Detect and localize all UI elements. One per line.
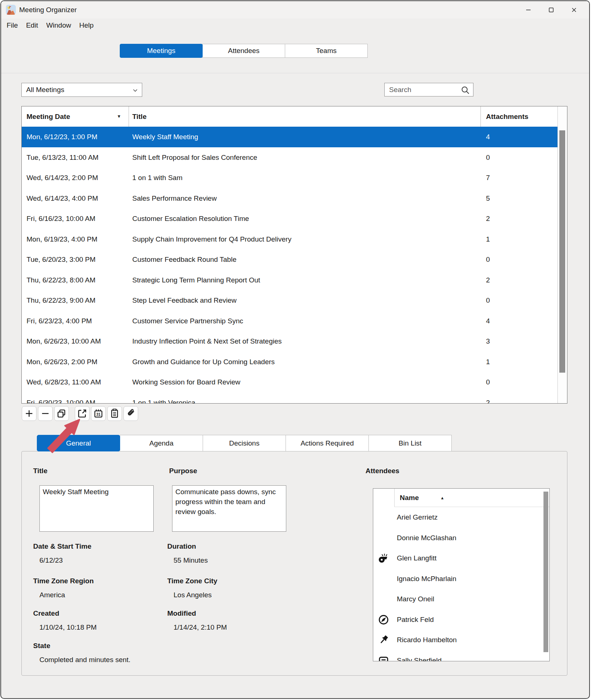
attachment-button[interactable] bbox=[123, 406, 138, 421]
tab-meetings[interactable]: Meetings bbox=[120, 44, 203, 58]
field-modified: Modified 1/14/24, 2:10 PM bbox=[167, 609, 196, 618]
cell-attachments: 7 bbox=[486, 168, 490, 188]
table-row[interactable]: Mon, 6/26/23, 10:00 AMIndustry Inflectio… bbox=[22, 331, 557, 352]
calendar-button[interactable]: 31 bbox=[91, 406, 106, 421]
minimize-button[interactable] bbox=[517, 1, 540, 18]
menu-bar: File Edit Window Help bbox=[3, 18, 98, 32]
clipboard-icon bbox=[109, 408, 120, 419]
cell-title: Working Session for Board Review bbox=[132, 372, 240, 393]
column-header-meeting-date[interactable]: Meeting Date bbox=[27, 106, 70, 127]
table-row[interactable]: Fri, 6/30/23, 10:00 AM1 on 1 with Veroni… bbox=[22, 393, 557, 404]
cell-attachments: 4 bbox=[486, 311, 490, 331]
sort-descending-icon: ▼ bbox=[117, 106, 121, 127]
table-row[interactable]: Thu, 6/22/23, 8:00 AMStrategic Long Term… bbox=[22, 270, 557, 291]
scrollbar-thumb[interactable] bbox=[559, 130, 565, 373]
attendee-name: Sally Sherfield bbox=[397, 650, 441, 661]
notes-button[interactable] bbox=[107, 406, 122, 421]
calendar-icon: 31 bbox=[92, 408, 104, 419]
attendee-name: Marcy Oneil bbox=[397, 589, 434, 609]
list-item[interactable]: Donnie McGlashan bbox=[373, 528, 543, 548]
annotation-arrow bbox=[36, 413, 88, 455]
close-icon bbox=[570, 6, 578, 14]
field-time-zone-region: Time Zone Region America bbox=[33, 577, 94, 585]
add-meeting-button[interactable] bbox=[22, 406, 36, 421]
main-tab-bar: Meetings Attendees Teams bbox=[120, 44, 368, 58]
table-row[interactable]: Wed, 6/14/23, 4:00 PMSales Performance R… bbox=[22, 188, 557, 209]
cell-attachments: 5 bbox=[486, 188, 490, 209]
table-row[interactable]: Tue, 6/20/23, 3:00 PMCustomer Feedback R… bbox=[22, 249, 557, 270]
cell-title: Supply Chain Improvement for Q4 Product … bbox=[132, 229, 291, 250]
list-item[interactable]: Ricardo Hambelton bbox=[373, 630, 543, 650]
menu-edit[interactable]: Edit bbox=[22, 19, 42, 32]
menu-file[interactable]: File bbox=[3, 19, 22, 32]
attendees-list-body: Ariel GerrietzDonnie McGlashanGlen Langf… bbox=[373, 507, 543, 661]
meetings-table-body: Mon, 6/12/23, 1:00 PMWeekly Staff Meetin… bbox=[22, 127, 557, 403]
list-item[interactable]: Marcy Oneil bbox=[373, 589, 543, 609]
maximize-icon bbox=[548, 6, 555, 14]
close-button[interactable] bbox=[563, 1, 585, 18]
cell-date: Mon, 6/12/23, 1:00 PM bbox=[27, 127, 97, 147]
section-divider bbox=[1, 73, 589, 73]
whistle-icon bbox=[378, 552, 389, 564]
attendee-name: Glen Langfitt bbox=[397, 548, 437, 569]
list-item[interactable]: Patrick Feld bbox=[373, 609, 543, 630]
attendee-name: Donnie McGlashan bbox=[397, 528, 457, 548]
window-title: Meeting Organizer bbox=[19, 1, 77, 18]
cell-title: Shift Left Proposal for Sales Conference bbox=[132, 147, 257, 168]
table-row[interactable]: Mon, 6/19/23, 4:00 PMSupply Chain Improv… bbox=[22, 229, 557, 250]
tab-teams[interactable]: Teams bbox=[285, 44, 368, 58]
list-item[interactable]: Ignacio McPharlain bbox=[373, 569, 543, 589]
search-input[interactable]: Search bbox=[384, 83, 473, 96]
cell-attachments: 0 bbox=[486, 372, 490, 393]
table-row[interactable]: Mon, 6/26/23, 2:00 PMGrowth and Guidance… bbox=[22, 352, 557, 372]
column-header-name[interactable]: Name bbox=[400, 489, 419, 507]
cell-date: Fri, 6/30/23, 10:00 AM bbox=[27, 393, 95, 404]
column-header-title[interactable]: Title bbox=[132, 106, 147, 127]
table-row[interactable]: Wed, 6/28/23, 11:00 AMWorking Session fo… bbox=[22, 372, 557, 393]
title-bar: Meeting Organizer bbox=[1, 1, 589, 18]
cell-date: Fri, 6/16/23, 10:00 AM bbox=[27, 208, 95, 229]
tab-attendees[interactable]: Attendees bbox=[202, 44, 285, 58]
cell-attachments: 2 bbox=[486, 270, 490, 291]
cell-title: Industry Inflection Point & Next Set of … bbox=[132, 331, 282, 352]
table-row[interactable]: Fri, 6/16/23, 10:00 AMCustomer Escalatio… bbox=[22, 208, 557, 229]
tab-agenda[interactable]: Agenda bbox=[120, 435, 203, 451]
tab-actions-required[interactable]: Actions Required bbox=[286, 435, 369, 451]
cell-title: Weekly Staff Meeting bbox=[132, 127, 198, 147]
svg-text:31: 31 bbox=[96, 412, 101, 416]
table-row[interactable]: Tue, 6/13/23, 11:00 AMShift Left Proposa… bbox=[22, 147, 557, 168]
menu-help[interactable]: Help bbox=[75, 19, 98, 32]
table-row[interactable]: Wed, 6/14/23, 2:00 PM1 on 1 with Sam7 bbox=[22, 168, 557, 188]
table-row[interactable]: Fri, 6/23/23, 4:00 PMCustomer Service Pa… bbox=[22, 311, 557, 331]
title-label: Title bbox=[33, 467, 48, 475]
table-row[interactable]: Mon, 6/12/23, 1:00 PMWeekly Staff Meetin… bbox=[22, 127, 557, 147]
app-window: Meeting Organizer File Edit Window Help … bbox=[0, 0, 590, 699]
maximize-button[interactable] bbox=[540, 1, 563, 18]
attendees-list: Name ▲ Ariel GerrietzDonnie McGlashanGle… bbox=[373, 488, 550, 661]
detail-tab-bar: General Agenda Decisions Actions Require… bbox=[37, 435, 452, 451]
column-divider bbox=[394, 489, 395, 507]
list-item[interactable]: Glen Langfitt bbox=[373, 548, 543, 569]
tab-decisions[interactable]: Decisions bbox=[203, 435, 286, 451]
tab-bin-list[interactable]: Bin List bbox=[368, 435, 452, 451]
paperclip-icon bbox=[125, 408, 137, 419]
purpose-label: Purpose bbox=[169, 467, 197, 475]
purpose-field[interactable]: Communicate pass downs, sync progress wi… bbox=[172, 485, 286, 532]
note-icon bbox=[378, 655, 389, 661]
attendee-name: Ricardo Hambelton bbox=[397, 630, 457, 650]
chevron-down-icon bbox=[132, 87, 138, 93]
column-header-attachments[interactable]: Attachments bbox=[486, 106, 528, 127]
attendees-scrollbar-thumb[interactable] bbox=[543, 492, 548, 652]
title-field-value: Weekly Staff Meeting bbox=[43, 488, 109, 496]
cell-title: Strategic Long Term Planning Report Out bbox=[132, 270, 260, 291]
meetings-table-scrollbar[interactable] bbox=[558, 106, 567, 403]
menu-window[interactable]: Window bbox=[42, 19, 75, 32]
list-item[interactable]: Sally Sherfield bbox=[373, 650, 543, 661]
cell-attachments: 1 bbox=[486, 352, 490, 372]
column-divider bbox=[480, 106, 481, 127]
table-row[interactable]: Thu, 6/22/23, 9:00 AMStep Level Feedback… bbox=[22, 290, 557, 311]
meetings-filter-dropdown[interactable]: All Meetings bbox=[21, 83, 142, 97]
cell-attachments: 2 bbox=[486, 208, 490, 229]
title-field[interactable]: Weekly Staff Meeting bbox=[39, 485, 154, 532]
list-item[interactable]: Ariel Gerrietz bbox=[373, 507, 543, 528]
